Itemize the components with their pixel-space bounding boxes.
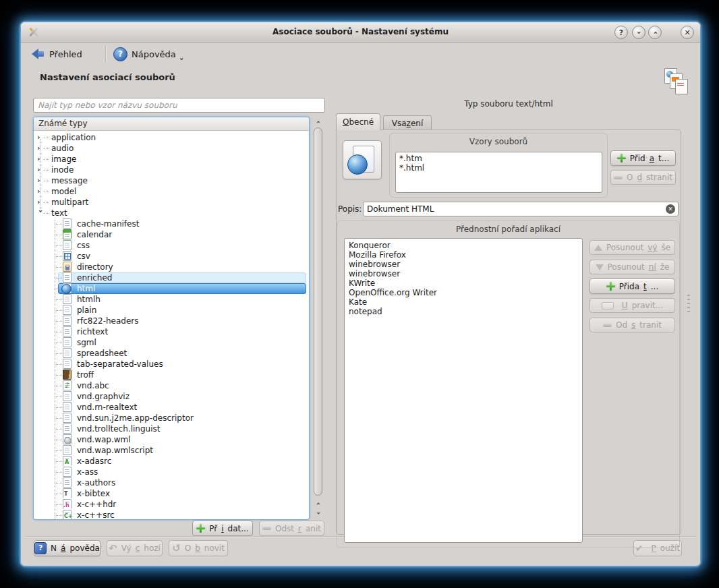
help-button[interactable]: ? Nápověda bbox=[34, 540, 100, 556]
application-item[interactable]: Mozilla Firefox bbox=[349, 250, 578, 260]
tree-item-x-c++src[interactable]: C+x-c++src bbox=[34, 510, 309, 519]
branch-tick bbox=[55, 375, 62, 376]
pattern-item[interactable]: *.htm bbox=[399, 154, 598, 163]
collapsed-expander-icon[interactable]: › bbox=[37, 175, 44, 186]
overview-button[interactable]: Přehled bbox=[32, 45, 82, 63]
reset-button[interactable]: ↺ Obnovit bbox=[169, 540, 228, 556]
tab-embedding[interactable]: Vsazení bbox=[383, 115, 432, 130]
tree-item-message[interactable]: ›message bbox=[34, 175, 309, 186]
tree-item-x-bibtex[interactable]: Tx-bibtex bbox=[34, 488, 309, 499]
tree-item-csv[interactable]: csv bbox=[34, 251, 309, 262]
application-item[interactable]: KWrite bbox=[349, 278, 578, 288]
tree-item-application[interactable]: ›application bbox=[34, 132, 309, 143]
close-button[interactable]: ✕ bbox=[681, 26, 694, 39]
resize-grip[interactable] bbox=[687, 295, 690, 312]
application-item[interactable]: Konqueror bbox=[349, 241, 578, 250]
branch-tick bbox=[55, 256, 62, 257]
tab-general[interactable]: Obecné bbox=[336, 113, 380, 130]
branch-tick bbox=[55, 386, 62, 386]
tree-item-directory[interactable]: directory bbox=[34, 262, 309, 272]
plus-icon bbox=[617, 154, 626, 163]
application-list[interactable]: KonquerorMozilla Firefoxwinebrowserwineb… bbox=[344, 238, 583, 543]
collapsed-expander-icon[interactable]: › bbox=[37, 165, 44, 175]
filetype-icon-button[interactable] bbox=[343, 140, 382, 179]
add-pattern-button[interactable]: Přidat... bbox=[610, 150, 676, 166]
defaults-button[interactable]: ↶ Výchozí bbox=[107, 540, 163, 556]
add-type-button[interactable]: Přidat... bbox=[192, 521, 253, 536]
tree-item-x-authors[interactable]: x-authors bbox=[34, 477, 309, 488]
tree-item-vnd.sun.j2me.app-descriptor[interactable]: vnd.sun.j2me.app-descriptor bbox=[34, 413, 309, 423]
tree-item-calendar[interactable]: calendar bbox=[34, 229, 309, 240]
remove-type-button[interactable]: Odstranit bbox=[259, 521, 324, 536]
tree-item-html[interactable]: html bbox=[34, 283, 309, 294]
tree-item-x-adasrc[interactable]: Ax-adasrc bbox=[34, 456, 309, 467]
tree-item-vnd.abc[interactable]: ♪vnd.abc bbox=[34, 380, 309, 391]
tree-item-sgml[interactable]: sgml bbox=[34, 337, 309, 348]
tree-item-image[interactable]: ›image bbox=[34, 154, 309, 165]
minimize-button[interactable]: › bbox=[632, 26, 645, 39]
application-item[interactable]: winebrowser bbox=[349, 269, 578, 278]
tree-item-cache-manifest[interactable]: cache-manifest bbox=[34, 218, 309, 229]
tree-item-x-c++hdr[interactable]: .hx-c++hdr bbox=[34, 499, 309, 510]
tree-item-richtext[interactable]: richtext bbox=[34, 326, 309, 337]
tree-item-model[interactable]: ›model bbox=[34, 186, 309, 197]
tree-item-vnd.wap.wml[interactable]: vnd.wap.wml bbox=[34, 434, 309, 445]
help-menu-button[interactable]: ? Nápověda › bbox=[113, 45, 183, 63]
globe-doc-icon bbox=[63, 283, 71, 293]
titlebar[interactable]: Asociace souborů - Nastavení systému ? ›… bbox=[21, 22, 700, 43]
tree-item-text[interactable]: ›text bbox=[34, 208, 309, 218]
tree-item-vnd.graphviz[interactable]: vnd.graphviz bbox=[34, 391, 309, 402]
scroll-up-icon[interactable]: › bbox=[314, 500, 322, 508]
scroll-up-icon[interactable]: › bbox=[314, 118, 322, 126]
known-types-tree[interactable]: Známé typy ›application›audio›image›inod… bbox=[33, 117, 310, 520]
tree-item-vnd.rn-realtext[interactable]: vnd.rn-realtext bbox=[34, 402, 309, 413]
clear-field-icon[interactable]: ✕ bbox=[666, 204, 675, 214]
window-title: Asociace souborů - Nastavení systému bbox=[21, 27, 700, 36]
tree-item-plain[interactable]: plain bbox=[34, 305, 309, 316]
collapsed-expander-icon[interactable]: › bbox=[37, 186, 44, 197]
button-label: s bbox=[631, 320, 635, 330]
edit-application-button[interactable]: Upravit... bbox=[589, 298, 675, 313]
move-down-button[interactable]: Posunout níže bbox=[589, 260, 675, 274]
application-item[interactable]: winebrowser bbox=[349, 260, 578, 269]
collapsed-expander-icon[interactable]: › bbox=[37, 197, 44, 208]
tree-item-multipart[interactable]: ›multipart bbox=[34, 197, 309, 208]
tree-item-troff[interactable]: troff bbox=[34, 370, 309, 380]
patterns-list[interactable]: *.htm*.html bbox=[395, 152, 602, 193]
tree-item-css[interactable]: css bbox=[34, 240, 309, 251]
file-associations-window: Asociace souborů - Nastavení systému ? ›… bbox=[20, 22, 701, 566]
remove-application-button[interactable]: Odstranit bbox=[589, 318, 675, 332]
application-item[interactable]: OpenOffice.org Writer bbox=[349, 288, 578, 297]
application-item[interactable]: notepad bbox=[349, 307, 578, 316]
tree-item-audio[interactable]: ›audio bbox=[34, 143, 309, 154]
undo-icon: ↶ bbox=[109, 543, 117, 554]
tree-item-vnd.wap.wmlscript[interactable]: vnd.wap.wmlscript bbox=[34, 445, 309, 456]
tree-column-header[interactable]: Známé typy bbox=[34, 117, 309, 131]
tree-item-inode[interactable]: ›inode bbox=[34, 165, 309, 175]
remove-pattern-button[interactable]: Odstranit bbox=[610, 170, 676, 185]
scrollbar-thumb[interactable] bbox=[314, 127, 322, 496]
scroll-down-icon[interactable]: › bbox=[314, 509, 322, 517]
window-help-button[interactable]: ? bbox=[614, 26, 628, 39]
tree-item-enriched[interactable]: enriched bbox=[34, 272, 309, 283]
application-item[interactable]: Kate bbox=[349, 297, 578, 307]
description-input[interactable] bbox=[363, 202, 679, 216]
button-label: Odst bbox=[275, 524, 294, 533]
pattern-item[interactable]: *.html bbox=[399, 163, 598, 173]
collapsed-expander-icon[interactable]: › bbox=[37, 143, 44, 154]
collapsed-expander-icon[interactable]: › bbox=[37, 132, 44, 143]
chevron-down-icon: › bbox=[634, 31, 643, 34]
move-up-button[interactable]: Posunout výše bbox=[589, 240, 675, 255]
tree-item-tab-separated-values[interactable]: tab-separated-values bbox=[34, 359, 309, 370]
tree-item-x-ass[interactable]: x-ass bbox=[34, 467, 309, 477]
search-input[interactable] bbox=[33, 98, 325, 113]
tree-item-spreadsheet[interactable]: spreadsheet bbox=[34, 348, 309, 359]
collapsed-expander-icon[interactable]: › bbox=[37, 154, 44, 165]
tree-item-vnd.trolltech.linguist[interactable]: vnd.trolltech.linguist bbox=[34, 423, 309, 434]
tree-item-htmlh[interactable]: htmlh bbox=[34, 294, 309, 305]
add-application-button[interactable]: Přidat... bbox=[589, 278, 675, 294]
tree-scrollbar[interactable]: › › › bbox=[312, 117, 324, 520]
maximize-button[interactable]: › bbox=[648, 26, 662, 39]
known-types-viewport[interactable]: ›application›audio›image›inode›message›m… bbox=[34, 131, 309, 519]
tree-item-rfc822-headers[interactable]: rfc822-headers bbox=[34, 316, 309, 326]
